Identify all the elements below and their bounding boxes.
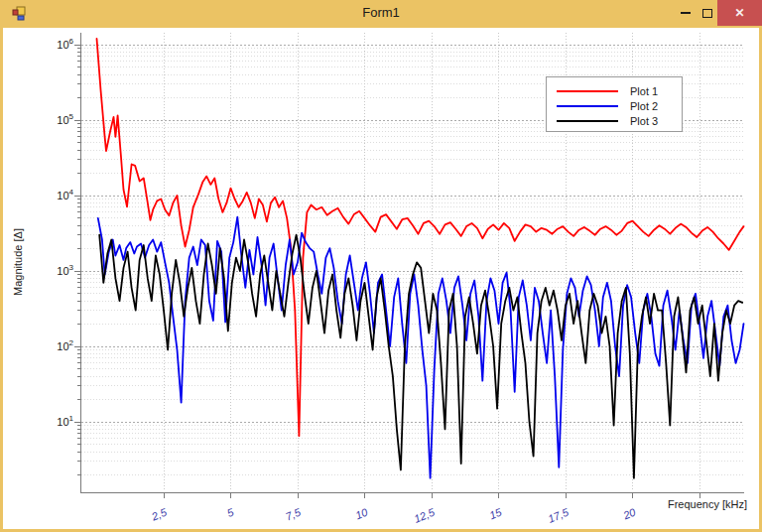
legend-swatch xyxy=(557,90,618,92)
legend: Plot 1Plot 2Plot 3 xyxy=(546,76,683,132)
x-tick-label: 12,5 xyxy=(412,505,437,524)
y-tick-label: 106 xyxy=(57,37,73,51)
legend-label: Plot 1 xyxy=(630,85,658,97)
x-tick-label: 5 xyxy=(225,505,236,519)
legend-item: Plot 2 xyxy=(547,98,682,113)
x-tick-label: 20 xyxy=(620,505,638,521)
y-tick-label: 105 xyxy=(57,112,73,126)
y-tick-label: 101 xyxy=(57,414,73,428)
window: Form1 ✕ 1061051041031021012,557,51012,51… xyxy=(0,0,762,532)
y-axis-title: Magnitude [Δ] xyxy=(12,228,24,296)
legend-label: Plot 3 xyxy=(630,115,658,127)
y-tick-label: 102 xyxy=(57,338,73,352)
x-tick-label: 2,5 xyxy=(149,505,169,523)
legend-label: Plot 2 xyxy=(630,100,658,112)
x-tick-label: 7,5 xyxy=(284,505,303,522)
x-tick-label: 15 xyxy=(487,505,504,521)
legend-item: Plot 1 xyxy=(547,83,682,98)
legend-swatch xyxy=(557,105,618,107)
x-tick-label: 17,5 xyxy=(546,505,571,524)
x-axis-title: Frequency [kHz] xyxy=(668,498,747,510)
y-tick-label: 104 xyxy=(57,188,73,201)
x-tick-label: 10 xyxy=(353,505,370,521)
legend-swatch xyxy=(557,120,618,122)
y-tick-label: 103 xyxy=(57,263,73,277)
legend-item: Plot 3 xyxy=(547,113,682,128)
